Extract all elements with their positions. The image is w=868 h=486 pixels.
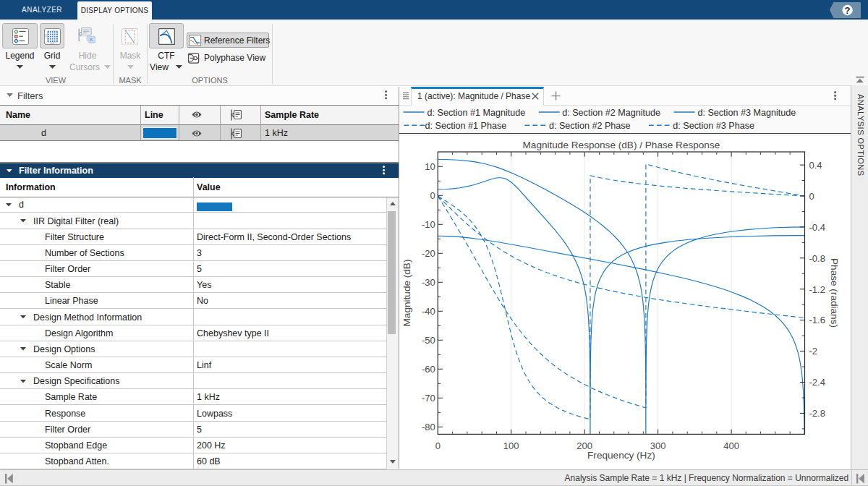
svg-text:-10: -10 [422, 219, 435, 230]
svg-text:Magnitude Response (dB) / Phas: Magnitude Response (dB) / Phase Response [523, 140, 720, 150]
svg-text:-1.2: -1.2 [809, 284, 825, 295]
svg-text:Frequency (Hz): Frequency (Hz) [587, 450, 655, 461]
svg-text:0: 0 [430, 190, 435, 201]
svg-text:d: Section #3 Phase: d: Section #3 Phase [673, 121, 754, 131]
svg-text:-2.8: -2.8 [809, 408, 825, 419]
svg-text:-20: -20 [422, 248, 435, 259]
svg-text:d: Section #1 Phase: d: Section #1 Phase [425, 121, 507, 131]
svg-text:-0.8: -0.8 [809, 253, 825, 264]
svg-text:0: 0 [435, 440, 441, 451]
svg-text:d: Section #3 Magnitude: d: Section #3 Magnitude [697, 108, 796, 118]
svg-text:d: Section #2 Phase: d: Section #2 Phase [549, 121, 631, 131]
svg-text:d: Section #2 Magnitude: d: Section #2 Magnitude [562, 108, 660, 118]
svg-text:-1.6: -1.6 [809, 315, 825, 325]
svg-text:300: 300 [650, 440, 666, 451]
svg-text:100: 100 [503, 440, 519, 451]
svg-text:-2.4: -2.4 [809, 377, 825, 388]
svg-text:-60: -60 [422, 364, 435, 375]
svg-text:-2: -2 [809, 346, 818, 357]
svg-text:200: 200 [576, 440, 592, 451]
svg-text:d: Section #1 Magnitude: d: Section #1 Magnitude [427, 108, 526, 118]
svg-text:0: 0 [809, 191, 814, 202]
svg-text:-80: -80 [422, 422, 435, 432]
svg-text:-50: -50 [422, 335, 435, 346]
svg-text:-70: -70 [422, 393, 435, 404]
svg-text:-30: -30 [422, 277, 435, 288]
svg-text:?: ? [845, 5, 851, 16]
svg-text:-40: -40 [422, 306, 435, 317]
svg-text:-0.4: -0.4 [809, 222, 825, 233]
svg-text:400: 400 [723, 440, 739, 451]
svg-text:Phase (radians): Phase (radians) [829, 258, 840, 328]
svg-text:10: 10 [425, 161, 435, 172]
svg-text:Magnitude (dB): Magnitude (dB) [401, 260, 412, 327]
svg-text:0.4: 0.4 [809, 160, 822, 171]
